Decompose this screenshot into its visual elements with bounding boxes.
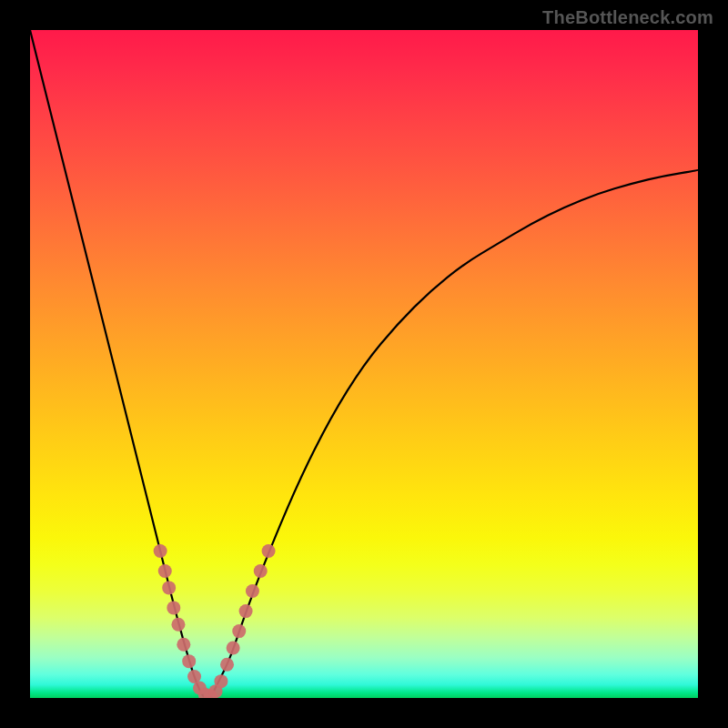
data-marker	[220, 658, 234, 672]
data-marker	[262, 544, 276, 558]
bottleneck-curve	[30, 30, 698, 698]
data-marker	[232, 624, 246, 638]
data-marker	[162, 581, 176, 594]
data-marker	[177, 638, 190, 652]
data-marker	[158, 564, 172, 578]
data-marker	[182, 654, 196, 668]
data-marker	[154, 544, 167, 558]
data-marker	[214, 674, 228, 688]
data-marker	[171, 618, 185, 632]
data-marker	[254, 564, 268, 578]
data-marker	[239, 604, 253, 618]
data-markers	[154, 544, 276, 698]
data-marker	[167, 601, 180, 614]
plot-area	[30, 30, 698, 698]
data-marker	[227, 641, 240, 654]
watermark-text: TheBottleneck.com	[542, 7, 713, 28]
chart-svg	[30, 30, 698, 698]
chart-frame: TheBottleneck.com	[0, 0, 728, 728]
data-marker	[246, 584, 259, 598]
